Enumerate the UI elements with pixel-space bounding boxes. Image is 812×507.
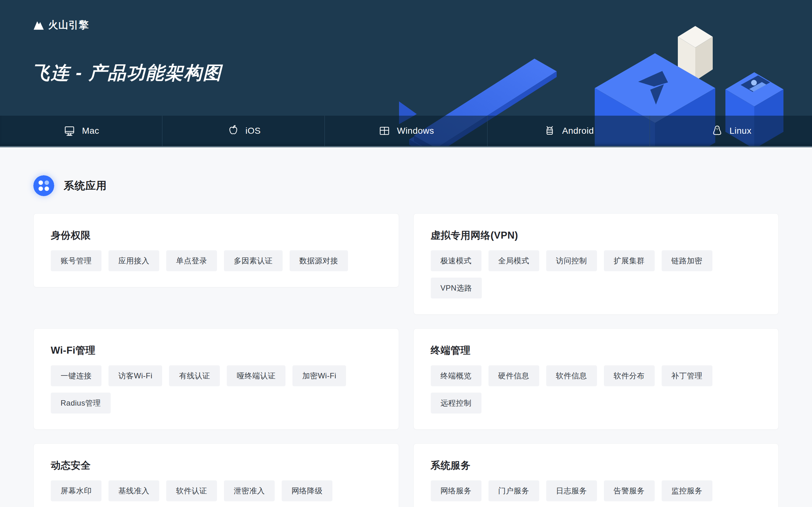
feature-chip: 有线认证 xyxy=(169,365,220,386)
feature-chip: 哑终端认证 xyxy=(227,365,286,386)
tab-mac[interactable]: Mac xyxy=(0,116,162,146)
mac-monitor-icon xyxy=(63,124,76,137)
feature-chip: 基线准入 xyxy=(108,481,159,501)
feature-chip: 全局模式 xyxy=(489,250,539,271)
feature-chip: 多因素认证 xyxy=(224,250,283,271)
feature-chip: 软件信息 xyxy=(546,365,597,386)
card-title: 系统服务 xyxy=(431,459,762,471)
android-robot-icon xyxy=(543,124,556,137)
card-title: 终端管理 xyxy=(431,344,762,356)
feature-chip: 加密Wi-Fi xyxy=(293,365,346,386)
hero-banner: 火山引擎 飞连 - 产品功能架构图 Mac iOS Windows Androi… xyxy=(0,0,812,147)
platform-tab-bar: Mac iOS Windows Android Linux xyxy=(0,116,812,147)
chip-row: 账号管理应用接入单点登录多因素认证数据源对接 xyxy=(51,250,382,271)
card-title: 动态安全 xyxy=(51,459,382,471)
tab-label: iOS xyxy=(246,126,261,136)
feature-chip: 扩展集群 xyxy=(604,250,655,271)
tab-label: Android xyxy=(562,126,594,136)
feature-chip: 软件认证 xyxy=(166,481,217,501)
feature-chip: 访问控制 xyxy=(546,250,597,271)
feature-chip: 告警服务 xyxy=(604,481,655,501)
feature-chip: 极速模式 xyxy=(431,250,481,271)
feature-chip: 链路加密 xyxy=(662,250,712,271)
chip-row: 屏幕水印基线准入软件认证泄密准入网络降级动态决策 xyxy=(51,481,382,507)
brand-logo: 火山引擎 xyxy=(33,18,89,32)
feature-card-1: 身份权限账号管理应用接入单点登录多因素认证数据源对接 xyxy=(33,213,399,287)
feature-chip: 硬件信息 xyxy=(489,365,539,386)
feature-chip: 日志服务 xyxy=(546,481,597,501)
tab-windows[interactable]: Windows xyxy=(324,116,487,146)
feature-chip: 监控服务 xyxy=(662,481,712,501)
apps-grid-icon xyxy=(33,175,54,196)
feature-chip: 账号管理 xyxy=(51,250,101,271)
feature-card-5: 动态安全屏幕水印基线准入软件认证泄密准入网络降级动态决策基线核查病毒防护软件黑名… xyxy=(33,443,399,507)
feature-chip: 访客Wi-Fi xyxy=(108,365,162,386)
apple-icon xyxy=(226,124,240,137)
feature-chip: 软件分布 xyxy=(604,365,655,386)
volcano-icon xyxy=(33,20,44,31)
feature-chip: 屏幕水印 xyxy=(51,481,101,501)
feature-card-6: 系统服务网络服务门户服务日志服务告警服务监控服务数据库服务Radius服务存储服… xyxy=(413,443,779,507)
feature-card-2: 虚拟专用网络(VPN)极速模式全局模式访问控制扩展集群链路加密VPN选路 xyxy=(413,213,779,315)
feature-chip: 单点登录 xyxy=(166,250,217,271)
card-title: 虚拟专用网络(VPN) xyxy=(431,229,762,241)
tab-android[interactable]: Android xyxy=(487,116,650,146)
feature-chip: 补丁管理 xyxy=(662,365,712,386)
chip-row: 一键连接访客Wi-Fi有线认证哑终端认证加密Wi-FiRadius管理 xyxy=(51,365,382,413)
feature-chip: 数据源对接 xyxy=(290,250,348,271)
feature-chip: VPN选路 xyxy=(431,278,482,298)
page-title: 飞连 - 产品功能架构图 xyxy=(32,61,222,85)
feature-card-4: 终端管理终端概览硬件信息软件信息软件分布补丁管理远程控制 xyxy=(413,328,779,430)
tab-ios[interactable]: iOS xyxy=(162,116,324,146)
main-content: 系统应用 身份权限账号管理应用接入单点登录多因素认证数据源对接虚拟专用网络(VP… xyxy=(0,147,812,507)
feature-card-3: Wi-Fi管理一键连接访客Wi-Fi有线认证哑终端认证加密Wi-FiRadius… xyxy=(33,328,399,430)
tab-label: Linux xyxy=(729,126,751,136)
feature-chip: 泄密准入 xyxy=(224,481,275,501)
chip-row: 网络服务门户服务日志服务告警服务监控服务数据库服务 xyxy=(431,481,762,507)
feature-chip: 远程控制 xyxy=(431,393,481,413)
windows-icon xyxy=(378,124,391,137)
section-title: 系统应用 xyxy=(64,179,107,193)
feature-chip: 应用接入 xyxy=(108,250,159,271)
feature-chip: 网络服务 xyxy=(431,481,481,501)
chip-row: 极速模式全局模式访问控制扩展集群链路加密VPN选路 xyxy=(431,250,762,298)
tab-label: Windows xyxy=(397,126,434,136)
feature-chip: Radius管理 xyxy=(51,393,111,413)
brand-name: 火山引擎 xyxy=(48,18,89,32)
feature-chip: 网络降级 xyxy=(282,481,333,501)
card-title: 身份权限 xyxy=(51,229,382,241)
card-title: Wi-Fi管理 xyxy=(51,344,382,356)
feature-chip: 终端概览 xyxy=(431,365,481,386)
feature-card-grid: 身份权限账号管理应用接入单点登录多因素认证数据源对接虚拟专用网络(VPN)极速模… xyxy=(33,213,779,507)
feature-chip: 门户服务 xyxy=(489,481,539,501)
feature-chip: 一键连接 xyxy=(51,365,101,386)
section-header: 系统应用 xyxy=(33,175,779,196)
tab-linux[interactable]: Linux xyxy=(650,116,812,146)
linux-penguin-icon xyxy=(711,124,724,137)
chip-row: 终端概览硬件信息软件信息软件分布补丁管理远程控制 xyxy=(431,365,762,413)
tab-label: Mac xyxy=(82,126,99,136)
